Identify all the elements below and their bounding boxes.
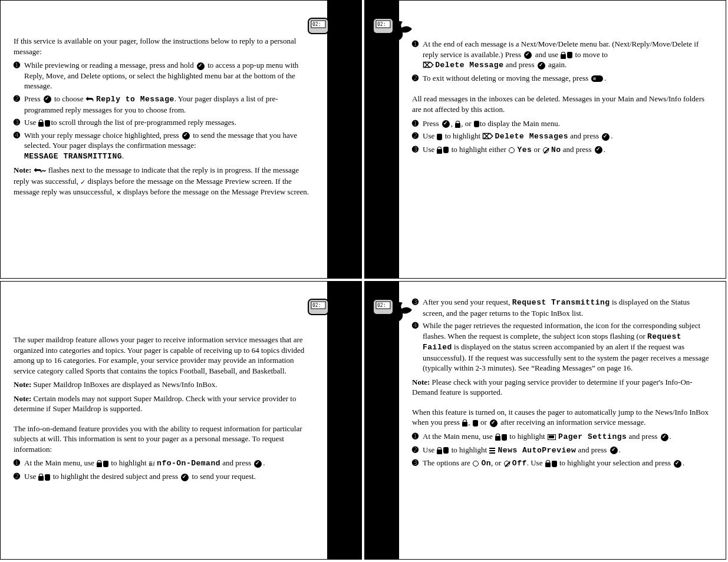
check-button-icon xyxy=(602,133,610,141)
down-key-icon xyxy=(443,147,449,153)
check-button-icon xyxy=(538,62,545,70)
on-radio-icon xyxy=(473,461,479,467)
reply-arrow-icon: ⮪ xyxy=(86,94,94,105)
yes-radio-icon xyxy=(509,147,515,153)
up-key-icon xyxy=(437,147,442,154)
autopreview-intro: When this feature is turned on, it cause… xyxy=(412,407,713,428)
step-3: Use to scroll through the list of pre-pr… xyxy=(14,117,314,128)
step-4: With your reply message choice highlight… xyxy=(14,130,314,162)
maildrop-intro: The super maildrop feature allows your p… xyxy=(14,335,314,376)
settings-screen-icon xyxy=(548,434,556,440)
step-1: While previewing or reading a message, p… xyxy=(14,60,314,91)
intro-text: If this service is available on your pag… xyxy=(14,36,314,57)
check-button-icon xyxy=(44,95,51,103)
step-2: Use to highlight the desired subject and… xyxy=(14,471,314,482)
info-on-demand-steps: At the Main menu, use to highlight ⅲⅈ nf… xyxy=(14,458,314,481)
down-key-icon xyxy=(552,461,557,467)
success-icon: ✓ xyxy=(80,178,85,186)
delete-icon: ⌦ xyxy=(482,131,493,142)
delete-steps-list: At the end of each message is a Next/Mov… xyxy=(412,39,713,83)
manual-page-2: 02: At the end of each message is a Next… xyxy=(364,0,726,279)
news-icon xyxy=(489,448,495,454)
delete-all-intro: All read messages in the inboxes can be … xyxy=(412,94,713,114)
svg-text:02:: 02: xyxy=(377,303,386,308)
no-radio-icon xyxy=(543,147,549,153)
delete-all-steps-list: Press , , or to display the Main menu. U… xyxy=(412,118,713,156)
transmit-icon: ⮪⁓ xyxy=(34,166,46,176)
down-key-icon xyxy=(45,474,50,481)
check-button-icon xyxy=(182,132,190,140)
note: Note: Please check with your paging serv… xyxy=(412,377,713,398)
info-on-demand-intro: The info-on-demand feature provides you … xyxy=(14,424,314,455)
pager-logo-icon: 02: xyxy=(372,14,413,43)
step-3: The options are On, or Off. Use to highl… xyxy=(412,458,713,469)
down-key-icon xyxy=(474,121,479,127)
down-key-icon xyxy=(437,134,442,140)
step-1: At the end of each message is a Next/Mov… xyxy=(412,39,713,71)
back-button-icon xyxy=(591,75,603,82)
down-key-icon xyxy=(567,52,572,58)
step-2: Use to highlight News AutoPreview and pr… xyxy=(412,445,713,456)
check-button-icon xyxy=(674,460,681,468)
check-button-icon xyxy=(181,474,189,481)
step-3: Use to highlight either Yes or No and pr… xyxy=(412,144,713,156)
step-2: Use to highlight ⌦ Delete Messages and p… xyxy=(412,131,713,142)
svg-text:02:: 02: xyxy=(377,22,386,27)
up-key-icon xyxy=(437,447,442,454)
svg-text:02:: 02: xyxy=(312,22,321,27)
step-1: At the Main menu, use to highlight Pager… xyxy=(412,431,713,442)
down-key-icon xyxy=(443,447,449,454)
manual-page-3: 02: The super maildrop feature allows yo… xyxy=(0,281,362,560)
check-button-icon xyxy=(661,434,668,441)
note-1: Note: Super Maildrop InBoxes are display… xyxy=(14,379,314,390)
up-key-icon xyxy=(561,52,566,59)
up-key-icon xyxy=(545,460,551,467)
autopreview-steps: At the Main menu, use to highlight Pager… xyxy=(412,431,713,469)
manual-page-4: 02: After you send your request, Request… xyxy=(364,281,726,560)
check-button-icon xyxy=(254,460,262,468)
step-2: Press to choose ⮪ Reply to Message. Your… xyxy=(14,94,314,115)
check-button-icon xyxy=(490,419,498,427)
step-3: After you send your request, Request Tra… xyxy=(412,297,713,318)
pager-logo-icon: 02: xyxy=(372,295,413,324)
svg-text:02:: 02: xyxy=(312,303,321,308)
check-button-icon xyxy=(595,146,602,154)
down-key-icon xyxy=(45,120,50,127)
up-key-icon xyxy=(495,434,500,441)
up-key-icon xyxy=(455,121,460,128)
step-1: At the Main menu, use to highlight ⅲⅈ nf… xyxy=(14,458,314,469)
up-key-icon xyxy=(462,419,467,427)
step-1: Press , , or to display the Main menu. xyxy=(412,118,713,129)
check-button-icon xyxy=(197,62,205,70)
off-radio-icon xyxy=(504,461,510,467)
up-key-icon xyxy=(97,460,102,467)
fail-icon: ✕ xyxy=(116,189,121,196)
note-paragraph: Note: ⮪⁓ flashes next to the message to … xyxy=(14,165,314,197)
check-button-icon xyxy=(610,447,618,454)
step-2: To exit without deleting or moving the m… xyxy=(412,73,713,84)
up-key-icon xyxy=(38,474,44,481)
pager-logo-icon: 02: xyxy=(307,14,348,43)
info-icon: ⅲⅈ xyxy=(149,460,155,467)
check-button-icon xyxy=(442,120,450,128)
pager-logo-icon: 02: xyxy=(307,295,348,324)
note-2: Note: Certain models may not support Sup… xyxy=(14,394,314,414)
reply-steps-list: While previewing or reading a message, p… xyxy=(14,60,314,161)
down-key-icon xyxy=(502,434,507,441)
up-key-icon xyxy=(38,120,44,127)
step-4: While the pager retrieves the requested … xyxy=(412,320,713,373)
down-key-icon xyxy=(103,461,108,467)
info-on-demand-steps-cont: After you send your request, Request Tra… xyxy=(412,297,713,373)
down-key-icon xyxy=(473,420,478,427)
manual-page-1: 02: If this service is available on your… xyxy=(0,0,362,279)
check-button-icon xyxy=(524,51,532,59)
delete-icon: ⌦ xyxy=(423,60,433,71)
